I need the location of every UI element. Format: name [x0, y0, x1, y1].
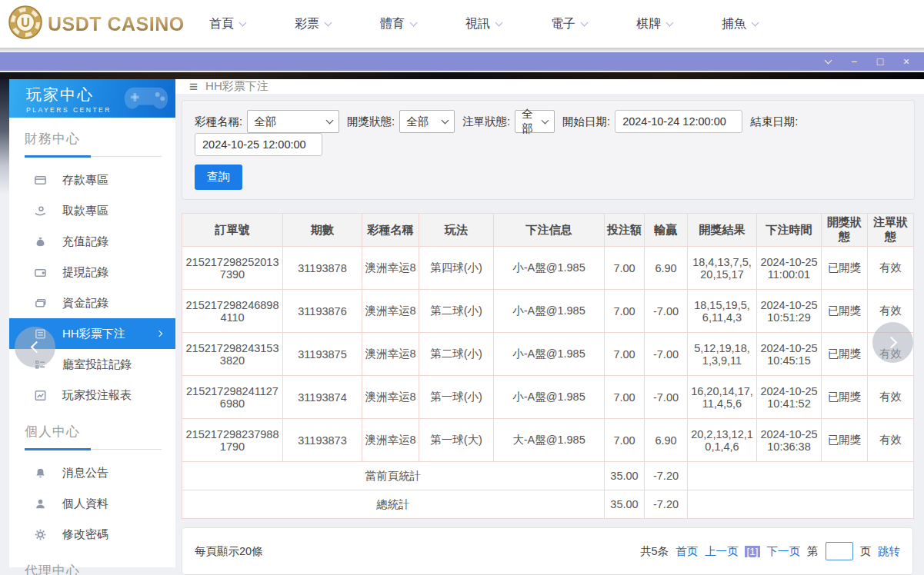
nav-label: 棋牌 [636, 16, 661, 32]
table-row[interactable]: 2152172982411276980 31193874 澳洲幸运8 第一球(小… [182, 376, 914, 419]
sidebar-item-funds-record[interactable]: 資金記錄 [9, 288, 175, 318]
cell-win-loss: -7.00 [645, 376, 688, 419]
cell-win-loss: 6.90 [645, 419, 688, 462]
cell-win-loss: 6.90 [645, 247, 688, 290]
sidebar-item-withdraw[interactable]: 取款專區 [9, 195, 175, 226]
col-order-id: 訂單號 [182, 214, 283, 247]
nav-item-live[interactable]: 視訊 [465, 16, 502, 32]
left-gutter [0, 79, 9, 194]
bell-icon [34, 467, 47, 480]
sidebar-header: 玩家中心 PLAYERS CENTER [9, 79, 175, 118]
window-titlebar: − □ × [0, 52, 924, 72]
logo-text: USDT CASINO [48, 13, 185, 35]
cell-bet-amount: 7.00 [605, 247, 645, 290]
order-status-select[interactable]: 全部 [515, 110, 555, 133]
hand-coin-icon [34, 204, 47, 218]
table-row[interactable]: 2152172982468984110 31193876 澳洲幸运8 第二球(小… [182, 290, 914, 333]
window-close-icon[interactable]: × [901, 56, 912, 67]
draw-status-select[interactable]: 全部 [399, 110, 455, 133]
nav-item-home[interactable]: 首頁 [209, 16, 245, 32]
panel-expand-button[interactable] [872, 322, 913, 363]
first-page-link[interactable]: 首页 [675, 544, 698, 559]
sidebar-item-announcements[interactable]: 消息公告 [9, 457, 175, 488]
col-period: 期數 [283, 214, 362, 247]
lottery-type-select[interactable]: 全部 [247, 110, 339, 133]
col-bet-amount: 投注額 [605, 214, 645, 247]
chevron-down-icon [666, 18, 674, 26]
search-button[interactable]: 查詢 [195, 165, 242, 190]
prev-page-link[interactable]: 上一页 [705, 544, 739, 559]
per-page-label: 每頁顯示20條 [195, 544, 263, 559]
current-page-badge: [1] [745, 546, 759, 557]
cell-order-status: 有效 [868, 419, 914, 462]
cell-draw-status: 已開獎 [822, 333, 868, 376]
table-row[interactable]: 2152172982379881790 31193873 澳洲幸运8 第一球(大… [182, 419, 914, 462]
sidebar-item-label: 資金記錄 [62, 296, 108, 311]
cell-win-loss: -7.00 [645, 333, 688, 376]
cell-draw-result: 16,20,14,17,11,4,5,6 [688, 376, 757, 419]
deposit-card-icon [34, 174, 47, 187]
summary-bet-total: 35.00 [605, 462, 645, 490]
nav-label: 電子 [551, 16, 575, 32]
nav-label: 彩票 [295, 16, 319, 32]
content-area: ≡ HH彩票下注 彩種名稱: 全部 開獎狀態: 全部 [175, 79, 924, 573]
cell-period: 31193878 [283, 247, 362, 290]
nav-item-lottery[interactable]: 彩票 [295, 16, 331, 32]
cell-bet-amount: 7.00 [605, 376, 645, 419]
cell-lottery-name: 澳洲幸运8 [362, 419, 419, 462]
window-dropdown-icon[interactable] [822, 56, 833, 67]
end-date-label: 結束日期: [750, 115, 798, 129]
sidebar-item-withdrawal-record[interactable]: 提現記錄 [9, 257, 175, 288]
sidebar-item-label: 玩家投注報表 [62, 388, 132, 403]
end-date-input[interactable] [195, 133, 322, 156]
sidebar-items-finance: 存款專區 取款專區 充值記錄 [9, 165, 175, 410]
nav-label: 體育 [380, 16, 405, 32]
order-status-label: 注單狀態: [462, 115, 510, 129]
cell-period: 31193875 [283, 333, 362, 376]
draw-status-label: 開獎狀態: [347, 115, 395, 129]
cell-bet-info: 小-A盤@1.985 [494, 376, 605, 419]
section-underline [25, 155, 162, 157]
pager: 共5条 首页 上一页 [1] 下一页 第 页 跳转 [640, 542, 900, 560]
nav-item-slots[interactable]: 電子 [551, 16, 587, 32]
sidebar-item-deposit[interactable]: 存款專區 [9, 165, 175, 195]
cell-bet-time: 2024-10-25 10:36:38 [757, 419, 822, 462]
nav-item-sports[interactable]: 體育 [380, 16, 416, 32]
chart-report-icon [34, 389, 47, 402]
top-header: U USDT CASINO 首頁 彩票 體育 視訊 電子 [0, 0, 924, 48]
chevron-down-icon [581, 18, 589, 26]
col-bet-info: 下注信息 [494, 214, 605, 247]
bets-table: 訂單號 期數 彩種名稱 玩法 下注信息 投注額 輸贏 開獎結果 下注時間 開獎狀… [182, 213, 914, 519]
sidebar-item-player-report[interactable]: 玩家投注報表 [9, 380, 175, 410]
sidebar-item-recharge-record[interactable]: 充值記錄 [9, 226, 175, 257]
chevron-right-icon [886, 337, 898, 349]
section-title: 財務中心 [25, 130, 162, 148]
table-row[interactable]: 2152172982520137390 31193878 澳洲幸运8 第四球(小… [182, 247, 914, 290]
jump-button[interactable]: 跳转 [878, 544, 900, 559]
page-jump-input[interactable] [826, 542, 853, 560]
nav-item-fishing[interactable]: 捕魚 [722, 16, 758, 32]
filter-panel: 彩種名稱: 全部 開獎狀態: 全部 注單狀態: 全部 [182, 100, 915, 200]
sidebar-section-agent: 代理中心 [9, 550, 175, 575]
top-navigation: 首頁 彩票 體育 視訊 電子 棋牌 [209, 16, 758, 32]
window-minimize-icon[interactable]: − [849, 56, 859, 67]
cell-bet-info: 大-A盤@1.985 [494, 419, 605, 462]
sidebar-item-profile[interactable]: 個人資料 [9, 488, 175, 519]
cell-order-status: 有效 [868, 247, 914, 290]
cell-period: 31193876 [283, 290, 362, 333]
start-date-input[interactable] [615, 110, 742, 133]
sidebar-item-change-password[interactable]: 修改密碼 [9, 519, 175, 550]
window-maximize-icon[interactable]: □ [875, 56, 886, 67]
nav-item-cards[interactable]: 棋牌 [636, 16, 672, 32]
sidebar-collapse-button[interactable] [15, 327, 55, 367]
cell-play-type: 第一球(小) [419, 376, 494, 419]
breadcrumb: ≡ HH彩票下注 [175, 79, 924, 94]
logo[interactable]: U USDT CASINO [8, 5, 192, 43]
col-order-status: 注單狀態 [868, 214, 914, 247]
hamburger-menu-icon[interactable]: ≡ [189, 79, 198, 94]
next-page-link[interactable]: 下一页 [767, 544, 801, 559]
cell-win-loss: -7.00 [645, 290, 688, 333]
jump-suffix-label: 页 [860, 544, 872, 559]
cell-draw-status: 已開獎 [822, 376, 868, 419]
table-row[interactable]: 2152172982431533820 31193875 澳洲幸运8 第二球(小… [182, 333, 914, 376]
